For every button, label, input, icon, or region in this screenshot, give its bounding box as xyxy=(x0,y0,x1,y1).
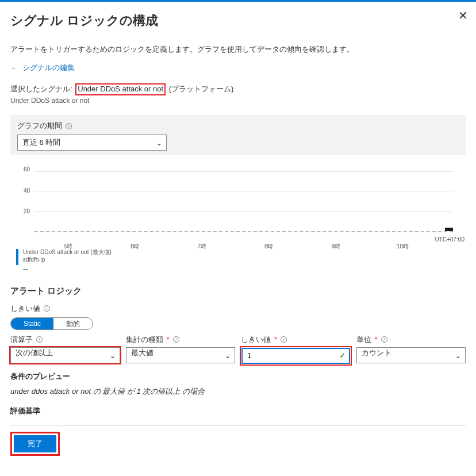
x-tick: 9時 xyxy=(331,243,340,251)
unit-select[interactable]: カウント xyxy=(356,347,466,363)
threshold-mode-label: しきい値 xyxy=(10,304,40,314)
y-tick: 20 xyxy=(14,208,30,214)
unit-label: 単位 xyxy=(356,335,371,345)
info-icon[interactable]: i xyxy=(36,336,43,343)
info-icon[interactable]: i xyxy=(44,305,50,312)
condition-preview-text: under ddos attack or not の 最大値 が 1 次の値以上… xyxy=(10,386,466,397)
x-tick: 10時 xyxy=(397,243,409,251)
aggregation-label: 集計の種類 xyxy=(126,335,163,345)
page-title: シグナル ロジックの構成 xyxy=(10,12,466,29)
timezone-label: UTC+07:00 xyxy=(435,236,465,243)
graph-period-value: 直近 6 時間 xyxy=(22,138,60,147)
threshold-input[interactable] xyxy=(241,348,350,364)
operator-label: 演算子 xyxy=(10,335,33,345)
selected-signal-suffix: (プラットフォーム) xyxy=(169,85,234,93)
selected-signal-subtitle: Under DDoS attack or not xyxy=(10,97,466,105)
aggregation-select[interactable]: 最大値 xyxy=(126,347,236,363)
mode-dynamic[interactable]: 動的 xyxy=(53,318,93,329)
info-icon[interactable]: i xyxy=(66,123,72,129)
metric-chart: 60 40 20 5時 6時 7時 8時 9時 10時 UTC+07:00 xyxy=(10,159,466,245)
condition-preview-heading: 条件のプレビュー xyxy=(10,371,466,382)
aggregation-value: 最大値 xyxy=(131,348,153,357)
page-description: アラートをトリガーするためのロジックを定義します。グラフを使用してデータの傾向を… xyxy=(10,44,466,55)
required-mark: * xyxy=(274,335,277,344)
graph-period-select[interactable]: 直近 6 時間 xyxy=(17,135,167,151)
threshold-label: しきい値 xyxy=(241,335,271,345)
x-tick: 7時 xyxy=(197,243,206,251)
x-tick: 5時 xyxy=(63,243,72,251)
selected-signal-prefix: 選択したシグナル: xyxy=(10,85,72,93)
edit-signal-link[interactable]: ← シグナルの編集 xyxy=(10,63,75,73)
selected-signal-name: Under DDoS attack or not xyxy=(75,83,166,95)
edit-signal-label: シグナルの編集 xyxy=(22,63,75,72)
threshold-mode-toggle: Static 動的 xyxy=(10,317,93,330)
unit-value: カウント xyxy=(362,348,391,357)
y-tick: 40 xyxy=(14,187,30,194)
alert-logic-heading: アラート ロジック xyxy=(10,286,466,297)
required-mark: * xyxy=(167,335,170,344)
arrow-left-icon: ← xyxy=(10,63,18,72)
threshold-field[interactable] xyxy=(247,349,334,363)
legend-resource: sdfdfh-ip xyxy=(23,256,112,263)
mode-static[interactable]: Static xyxy=(11,318,53,329)
legend-swatch xyxy=(16,249,18,265)
selected-signal-row: 選択したシグナル: Under DDoS attack or not (プラット… xyxy=(10,83,466,95)
info-icon[interactable]: i xyxy=(173,336,179,343)
evaluation-heading: 評価基準 xyxy=(10,406,466,416)
operator-select[interactable]: 次の値以上 xyxy=(10,347,120,363)
operator-value: 次の値以上 xyxy=(16,348,53,357)
legend-value: -- xyxy=(23,264,112,274)
required-mark: * xyxy=(375,335,378,344)
y-tick: 60 xyxy=(14,166,30,172)
x-tick: 8時 xyxy=(264,243,274,251)
close-icon[interactable]: ✕ xyxy=(458,10,468,21)
done-button[interactable]: 完了 xyxy=(14,435,56,452)
chart-bar xyxy=(445,228,453,231)
info-icon[interactable]: i xyxy=(381,336,387,343)
info-icon[interactable]: i xyxy=(281,336,287,343)
x-tick: 6時 xyxy=(130,243,140,251)
graph-period-label: グラフの期間 xyxy=(17,121,62,131)
